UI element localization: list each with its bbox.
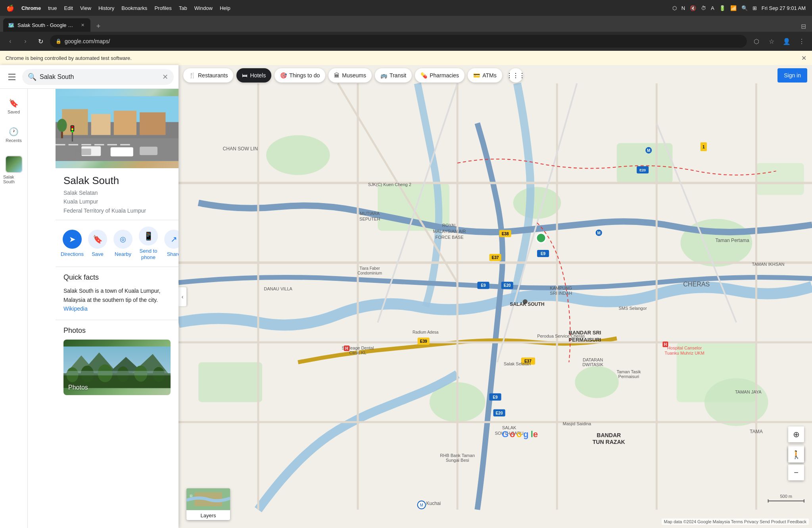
filter-restaurants[interactable]: 🍴 Restaurants (183, 68, 233, 83)
security-icon: 🔒 (56, 38, 61, 44)
save-label: Save (92, 251, 104, 257)
automation-close-button[interactable]: ✕ (801, 54, 806, 62)
search-clear-button[interactable]: ✕ (162, 73, 168, 81)
sign-in-button[interactable]: Sign in (777, 68, 807, 83)
sidebar: 🔍 Salak South ✕ 🔖 Saved 🕐 Recents Sal (0, 65, 179, 528)
svg-text:⊞: ⊞ (190, 494, 193, 498)
search-input[interactable]: Salak South (40, 73, 159, 81)
my-location-button[interactable]: ⊕ (788, 426, 804, 442)
back-button[interactable]: ‹ (5, 36, 16, 47)
map-background[interactable]: E38 E37 E9 E9 E20 E37 E39 E9 E20 1 (179, 65, 812, 528)
sidebar-scroll-content: Salak South Salak Selatan Kuala Lumpur F… (56, 89, 179, 528)
share-button[interactable]: ↗ Share (161, 230, 179, 257)
datetime-display: Fri Sep 27 9:01 AM (762, 5, 806, 11)
more-filters-button[interactable]: ⋮⋮⋮ (509, 68, 523, 83)
things-to-do-label: Things to do (289, 72, 320, 79)
svg-text:Sungai Besi: Sungai Besi (446, 458, 469, 463)
hamburger-menu-button[interactable] (5, 70, 19, 84)
location-subtitle-line2: Kuala Lumpur (63, 197, 171, 206)
svg-point-22 (57, 119, 67, 132)
search-mac-icon[interactable]: 🔍 (741, 5, 748, 11)
sidebar-item-recents[interactable]: 🕐 Recents (2, 124, 25, 146)
browser-chrome: 🗺️ Salak South - Google Maps ✕ + ⊟ ‹ › ↻… (0, 16, 812, 65)
svg-rect-4 (69, 144, 78, 145)
filter-transit[interactable]: 🚌 Transit (375, 68, 412, 83)
layers-button[interactable]: ⊞ Layers (186, 488, 230, 520)
help-menu[interactable]: Help (220, 5, 230, 11)
pharmacies-icon: 💊 (420, 72, 427, 79)
controlcenter-icon[interactable]: ⊞ (752, 5, 757, 11)
photos-thumbnail[interactable]: Photos (63, 340, 171, 395)
directions-button[interactable]: ➤ Directions (60, 230, 85, 257)
send-to-phone-icon-circle: 📱 (139, 227, 158, 246)
hero-image-placeholder (56, 89, 179, 168)
svg-point-45 (575, 366, 618, 398)
svg-text:SEPUTEH: SEPUTEH (359, 217, 380, 221)
filter-things-to-do[interactable]: 🎯 Things to do (275, 68, 325, 83)
sidebar-item-salak-south[interactable]: Salak South (0, 152, 27, 187)
saved-icon: 🔖 (9, 98, 19, 108)
layers-label: Layers (200, 513, 216, 520)
svg-text:SRI INDAH: SRI INDAH (550, 291, 572, 296)
view-menu[interactable]: View (80, 5, 91, 11)
url-bar[interactable]: 🔒 google.com/maps/ (50, 35, 747, 48)
filter-hotels[interactable]: 🛏 Hotels (236, 68, 271, 83)
directions-icon-circle: ➤ (63, 230, 82, 249)
nearby-label: Nearby (115, 251, 131, 257)
tab-collapse-button[interactable]: ⊟ (798, 21, 809, 32)
extensions-button[interactable]: ⋮ (796, 36, 807, 47)
filter-museums[interactable]: 🏛 Museums (328, 68, 372, 83)
sidebar-item-saved[interactable]: 🔖 Saved (4, 95, 23, 117)
collapse-sidebar-button[interactable]: ‹ (179, 287, 186, 306)
cast-button[interactable]: ⬡ (751, 36, 762, 47)
history-menu[interactable]: History (98, 5, 114, 11)
location-thumbnail (5, 156, 23, 173)
app-menu[interactable]: Chrome (21, 5, 41, 11)
map-area: E38 E37 E9 E9 E20 E37 E39 E9 E20 1 (179, 65, 812, 528)
zoom-out-button[interactable]: − (788, 465, 804, 480)
wikipedia-link[interactable]: Wikipedia (63, 305, 88, 312)
hamburger-line (8, 77, 15, 77)
svg-text:KAMPUNG: KAMPUNG (550, 286, 572, 290)
share-icon: ↗ (171, 234, 177, 244)
file-menu[interactable]: true (48, 5, 57, 11)
save-button[interactable]: 🔖 Save (85, 230, 110, 257)
recents-icon: 🕐 (9, 127, 19, 136)
accessibility-icon: A (711, 5, 714, 11)
address-bar: ‹ › ↻ 🔒 google.com/maps/ ⬡ ☆ 👤 ⋮ (0, 32, 812, 51)
edit-menu[interactable]: Edit (64, 5, 73, 11)
museums-icon: 🏛 (334, 72, 340, 79)
tab-close-button[interactable]: ✕ (80, 22, 86, 28)
svg-text:ROYAL: ROYAL (442, 223, 457, 228)
location-name: Salak South (63, 175, 171, 187)
svg-point-40 (513, 187, 561, 219)
pegman-button[interactable]: 🚶 (788, 447, 804, 463)
bookmarks-menu[interactable]: Bookmarks (121, 5, 147, 11)
svg-text:Salak Selatan: Salak Selatan (504, 361, 531, 366)
active-tab[interactable]: 🗺️ Salak South - Google Maps ✕ (3, 18, 90, 32)
send-to-phone-button[interactable]: 📱 Send to phone (136, 227, 161, 260)
svg-point-38 (266, 135, 330, 175)
new-tab-button[interactable]: + (93, 21, 104, 32)
location-thumbnail-label: Salak South (3, 175, 24, 184)
bookmark-button[interactable]: ☆ (766, 36, 777, 47)
svg-rect-8 (120, 144, 130, 145)
svg-text:H: H (345, 346, 348, 351)
window-menu[interactable]: Window (194, 5, 213, 11)
filter-atms[interactable]: 💳 ATMs (468, 68, 502, 83)
filter-pharmacies[interactable]: 💊 Pharmacies (415, 68, 465, 83)
profiles-menu[interactable]: Profiles (154, 5, 171, 11)
battery-icon: 🔋 (719, 5, 726, 11)
svg-text:Hospital Canselor: Hospital Canselor (667, 346, 702, 350)
reload-button[interactable]: ↻ (35, 36, 46, 47)
apple-menu[interactable]: 🍎 (6, 4, 14, 12)
quick-facts-section: Quick facts Salak South is a town of Kua… (56, 267, 179, 320)
forward-button[interactable]: › (20, 36, 31, 47)
profile-button[interactable]: 👤 (781, 36, 792, 47)
tab-menu[interactable]: Tab (179, 5, 187, 11)
nearby-button[interactable]: ◎ Nearby (110, 230, 136, 257)
location-info: Salak South Salak Selatan Kuala Lumpur F… (56, 168, 179, 220)
atms-icon: 💳 (473, 72, 480, 79)
pharmacies-label: Pharmacies (430, 72, 459, 79)
map-svg[interactable]: E38 E37 E9 E9 E20 E37 E39 E9 E20 1 (179, 65, 812, 528)
